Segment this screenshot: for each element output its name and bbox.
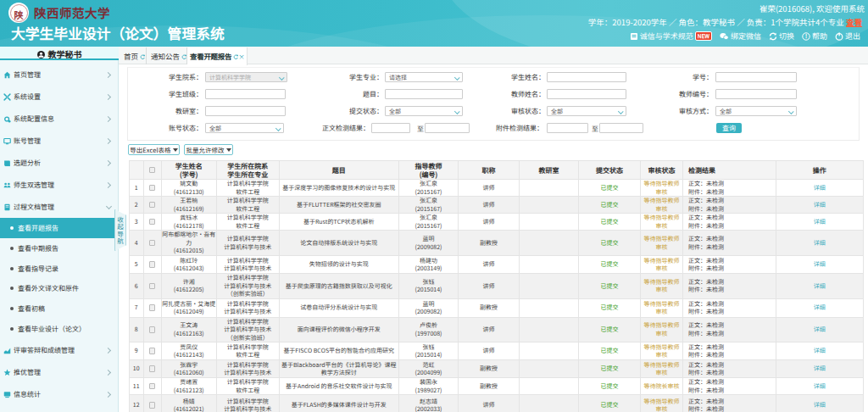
svg-text:!: ! (805, 32, 807, 40)
